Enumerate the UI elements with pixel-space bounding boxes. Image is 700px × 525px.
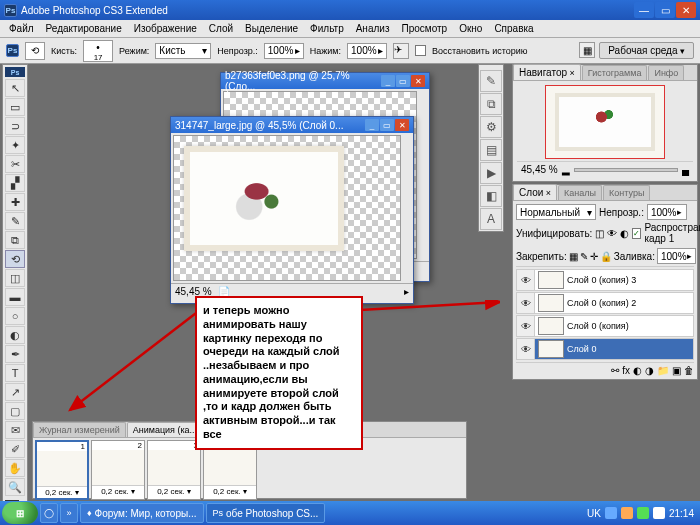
zoom-in-icon[interactable]: ▄ <box>682 164 689 175</box>
history-brush-tool[interactable]: ⟲ <box>5 250 25 268</box>
layer-thumbnail[interactable] <box>538 294 564 312</box>
clock[interactable]: 21:14 <box>669 508 694 519</box>
menu-help[interactable]: Справка <box>489 21 538 36</box>
tab-animation[interactable]: Анимация (ка... <box>127 422 203 437</box>
airbrush-icon[interactable]: ✈ <box>393 43 409 59</box>
frame-delay[interactable]: 0,2 сек. ▾ <box>148 486 200 497</box>
layer-comps-icon[interactable]: ▤ <box>480 139 502 161</box>
gradient-tool[interactable]: ▬ <box>5 288 25 306</box>
visibility-icon[interactable]: 👁 <box>517 316 535 336</box>
history-brush-icon[interactable]: ⟲ <box>25 42 45 60</box>
animation-frame[interactable]: 30,2 сек. ▾ <box>147 440 201 500</box>
tray-icon-1[interactable] <box>605 507 617 519</box>
move-tool[interactable]: ↖ <box>5 79 25 97</box>
zoom-tool[interactable]: 🔍 <box>5 478 25 496</box>
frame-delay[interactable]: 0,2 сек. ▾ <box>37 487 87 498</box>
layer-thumbnail[interactable] <box>538 317 564 335</box>
fill-input[interactable]: 100%▸ <box>657 248 696 264</box>
delete-layer-icon[interactable]: 🗑 <box>684 365 694 376</box>
layer-opacity-input[interactable]: 100%▸ <box>647 204 687 220</box>
heal-tool[interactable]: ✚ <box>5 193 25 211</box>
layer-row[interactable]: 👁Слой 0 (копия) 3 <box>516 269 694 291</box>
adjustment-layer-icon[interactable]: ◑ <box>645 365 654 376</box>
crop-tool[interactable]: ✂ <box>5 155 25 173</box>
flow-input[interactable]: 100%▸ <box>347 43 387 59</box>
visibility-icon[interactable]: 👁 <box>517 339 535 359</box>
layer-thumbnail[interactable] <box>538 271 564 289</box>
layer-row[interactable]: 👁Слой 0 <box>516 338 694 360</box>
wand-tool[interactable]: ✦ <box>5 136 25 154</box>
stamp-tool[interactable]: ⧉ <box>5 231 25 249</box>
type-tool[interactable]: T <box>5 364 25 382</box>
brush-tool[interactable]: ✎ <box>5 212 25 230</box>
layer-style-icon[interactable]: fx <box>622 365 630 376</box>
doc1-max[interactable]: ▭ <box>396 75 410 87</box>
ql-icon-2[interactable]: » <box>60 503 78 523</box>
zoom-out-icon[interactable]: ▂ <box>562 164 570 175</box>
tab-channels[interactable]: Каналы <box>558 185 602 200</box>
doc1-min[interactable]: _ <box>381 75 395 87</box>
minimize-button[interactable]: — <box>634 2 654 18</box>
menu-filter[interactable]: Фильтр <box>305 21 349 36</box>
tab-paths[interactable]: Контуры <box>603 185 650 200</box>
slice-tool[interactable]: ▞ <box>5 174 25 192</box>
menu-window[interactable]: Окно <box>454 21 487 36</box>
dodge-tool[interactable]: ◐ <box>5 326 25 344</box>
clone-palette-icon[interactable]: ⧉ <box>480 93 502 115</box>
actions-icon[interactable]: ▶ <box>480 162 502 184</box>
lang-indicator[interactable]: UK <box>587 508 601 519</box>
layer-group-icon[interactable]: 📁 <box>657 365 669 376</box>
swatches-icon[interactable]: ◧ <box>480 185 502 207</box>
menu-layer[interactable]: Слой <box>204 21 238 36</box>
task-button-2[interactable]: Ps обе Photoshop CS... <box>206 503 326 523</box>
eyedropper-tool[interactable]: ✐ <box>5 440 25 458</box>
path-tool[interactable]: ↗ <box>5 383 25 401</box>
propagate-checkbox[interactable]: ✓ <box>632 228 641 239</box>
blend-mode-select[interactable]: Нормальный▾ <box>516 204 596 220</box>
ps-home-icon[interactable]: Ps <box>6 44 19 57</box>
navigator-zoom[interactable]: 45,45 % <box>521 164 558 175</box>
lasso-tool[interactable]: ⊃ <box>5 117 25 135</box>
tab-histogram[interactable]: Гистограмма <box>582 65 648 80</box>
unify-style-icon[interactable]: ◐ <box>620 228 629 239</box>
tray-icon-4[interactable] <box>653 507 665 519</box>
hand-tool[interactable]: ✋ <box>5 459 25 477</box>
tab-info[interactable]: Инфо <box>648 65 684 80</box>
notes-tool[interactable]: ✉ <box>5 421 25 439</box>
go-bridge-icon[interactable]: ▦ <box>579 42 595 58</box>
doc1-close[interactable]: ✕ <box>411 75 425 87</box>
doc2-canvas[interactable] <box>173 135 401 281</box>
unify-position-icon[interactable]: ◫ <box>595 228 604 239</box>
lock-transparency-icon[interactable]: ▦ <box>569 251 578 262</box>
pen-tool[interactable]: ✒ <box>5 345 25 363</box>
doc2-titlebar[interactable]: 314747_large.jpg @ 45,5% (Слой 0... _▭✕ <box>171 117 413 133</box>
frame-delay[interactable]: 0,2 сек. ▾ <box>92 486 144 497</box>
blur-tool[interactable]: ○ <box>5 307 25 325</box>
layer-row[interactable]: 👁Слой 0 (копия) <box>516 315 694 337</box>
menu-view[interactable]: Просмотр <box>396 21 452 36</box>
menu-file[interactable]: Файл <box>4 21 39 36</box>
opacity-input[interactable]: 100%▸ <box>264 43 304 59</box>
animation-frame[interactable]: 20,2 сек. ▾ <box>91 440 145 500</box>
maximize-button[interactable]: ▭ <box>655 2 675 18</box>
doc2-max[interactable]: ▭ <box>380 119 394 131</box>
shape-tool[interactable]: ▢ <box>5 402 25 420</box>
lock-position-icon[interactable]: ✛ <box>590 251 598 262</box>
marquee-tool[interactable]: ▭ <box>5 98 25 116</box>
new-layer-icon[interactable]: ▣ <box>672 365 681 376</box>
eraser-tool[interactable]: ◫ <box>5 269 25 287</box>
visibility-icon[interactable]: 👁 <box>517 293 535 313</box>
toolbox-header[interactable]: Ps <box>5 67 25 77</box>
layer-thumbnail[interactable] <box>538 340 564 358</box>
lock-pixels-icon[interactable]: ✎ <box>580 251 588 262</box>
frame-delay[interactable]: 0,2 сек. ▾ <box>204 486 256 497</box>
unify-visibility-icon[interactable]: 👁 <box>607 228 617 239</box>
doc2-close[interactable]: ✕ <box>395 119 409 131</box>
doc1-titlebar[interactable]: b27363fef0e3.png @ 25,7% (Сло... _▭✕ <box>221 73 429 89</box>
task-button-1[interactable]: ♦ Форум: Мир, которы... <box>80 503 204 523</box>
brushes-palette-icon[interactable]: ✎ <box>480 70 502 92</box>
ql-icon-1[interactable]: ◯ <box>40 503 58 523</box>
navigator-thumbnail[interactable] <box>545 85 665 159</box>
tool-presets-icon[interactable]: ⚙ <box>480 116 502 138</box>
tab-measurements[interactable]: Журнал измерений <box>33 422 126 437</box>
